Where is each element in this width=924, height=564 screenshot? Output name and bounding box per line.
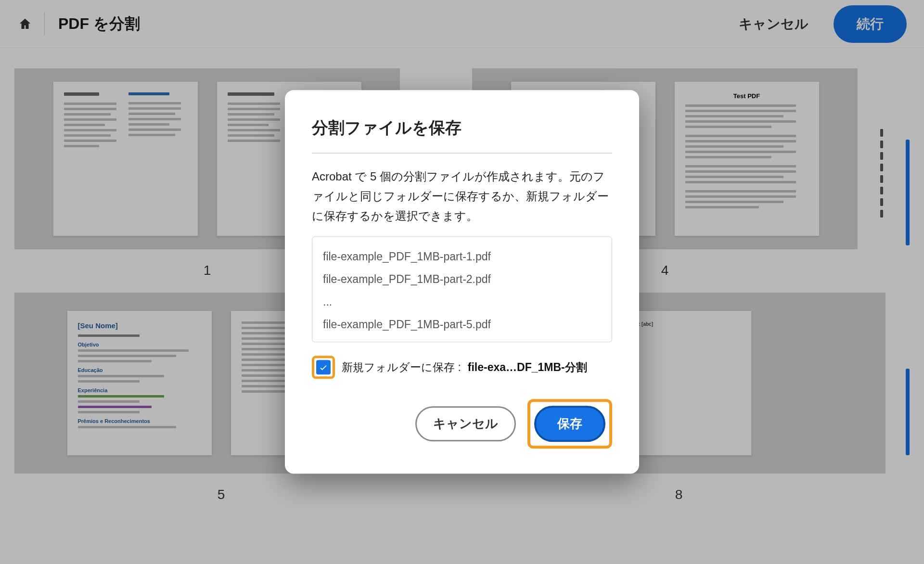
highlight-save-button: 保存 (527, 399, 612, 449)
list-item: ... (321, 291, 603, 314)
modal-save-button[interactable]: 保存 (534, 406, 605, 442)
modal-description: Acrobat で 5 個の分割ファイルが作成されます。元のファイルと同じフォル… (312, 167, 612, 226)
save-split-modal: 分割ファイルを保存 Acrobat で 5 個の分割ファイルが作成されます。元の… (285, 90, 639, 474)
modal-cancel-button[interactable]: キャンセル (415, 407, 516, 442)
checkbox-label: 新規フォルダーに保存 : (342, 360, 461, 375)
modal-title: 分割ファイルを保存 (312, 117, 612, 154)
save-folder-checkbox-row: 新規フォルダーに保存 : file-exa…DF_1MB-分割 (312, 356, 612, 379)
split-file-list: file-example_PDF_1MB-part-1.pdf file-exa… (312, 237, 612, 343)
list-item: file-example_PDF_1MB-part-1.pdf (321, 246, 603, 269)
modal-actions: キャンセル 保存 (312, 399, 612, 449)
check-icon (319, 363, 328, 372)
highlight-checkbox (312, 356, 335, 379)
list-item: file-example_PDF_1MB-part-2.pdf (321, 269, 603, 291)
new-folder-checkbox[interactable] (316, 360, 331, 375)
target-folder-name: file-exa…DF_1MB-分割 (468, 360, 587, 375)
list-item: file-example_PDF_1MB-part-5.pdf (321, 314, 603, 336)
